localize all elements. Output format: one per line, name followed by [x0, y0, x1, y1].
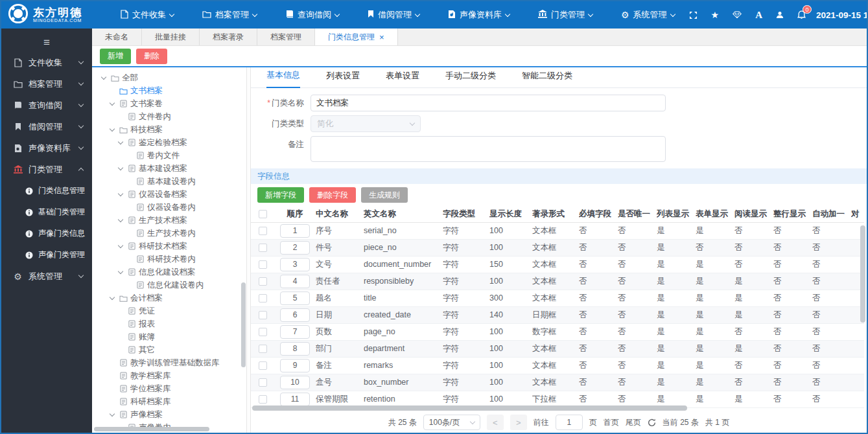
tree-item[interactable]: 鉴定检验档案 — [95, 136, 240, 149]
tree-horizontal-scrollbar[interactable] — [94, 427, 239, 431]
tree-item[interactable]: 生产技术档案 — [95, 214, 240, 227]
tree-expand-caret-icon[interactable] — [107, 413, 117, 416]
delete-field-button[interactable]: 删除字段 — [309, 187, 356, 203]
fullscreen-icon[interactable] — [689, 11, 698, 19]
tree-item[interactable]: 文书案卷 — [95, 97, 240, 110]
close-tab-icon[interactable]: × — [379, 33, 384, 41]
tree-item[interactable]: 会计档案 — [95, 291, 240, 304]
order-input[interactable]: 1 — [280, 224, 310, 238]
tab-archive-manage[interactable]: 档案管理 — [257, 29, 315, 45]
order-input[interactable]: 6 — [280, 308, 310, 322]
gem-icon[interactable] — [733, 11, 742, 19]
table-vertical-scrollbar[interactable] — [860, 225, 865, 404]
delete-button[interactable]: 删除 — [136, 49, 167, 64]
row-checkbox[interactable] — [259, 244, 267, 252]
sidebar-item-media-library[interactable]: 声像资料库 — [1, 137, 92, 159]
menu-category-manage[interactable]: 门类管理 — [524, 9, 607, 21]
tab-manual-subclass[interactable]: 手动二级分类 — [445, 70, 496, 87]
user-icon[interactable] — [776, 11, 784, 19]
menu-file-collect[interactable]: 文件收集 — [106, 9, 188, 21]
tree-item[interactable]: 生产技术卷内 — [95, 227, 240, 240]
tree-expand-caret-icon[interactable] — [107, 128, 117, 131]
sidebar-item-archive-manage[interactable]: 档案管理 — [1, 73, 92, 95]
tab-basic-info[interactable]: 基本信息 — [266, 69, 300, 88]
row-checkbox[interactable] — [259, 311, 267, 319]
tree-item[interactable]: 仪器设备档案 — [95, 188, 240, 201]
row-checkbox[interactable] — [259, 227, 267, 235]
order-input[interactable]: 9 — [280, 359, 310, 372]
order-input[interactable]: 2 — [280, 241, 310, 255]
tree-item[interactable]: 仪器设备卷内 — [95, 201, 240, 214]
tree-expand-caret-icon[interactable] — [115, 193, 126, 196]
tree-expand-caret-icon[interactable] — [115, 141, 126, 144]
tree-item[interactable]: 学位档案库 — [95, 382, 240, 395]
tree-expand-caret-icon[interactable] — [115, 245, 126, 247]
order-input[interactable]: 11 — [280, 393, 310, 406]
order-input[interactable]: 4 — [280, 275, 310, 288]
tree-expand-caret-icon[interactable] — [115, 167, 126, 170]
tree-expand-caret-icon[interactable] — [115, 219, 126, 222]
tree-item[interactable]: 基本建设档案 — [95, 162, 240, 175]
notification-bell-icon[interactable]: 0 — [797, 10, 806, 19]
row-checkbox[interactable] — [259, 345, 267, 353]
tree-expand-caret-icon[interactable] — [99, 76, 109, 79]
tree-item[interactable]: 全部 — [95, 71, 240, 84]
category-type-select[interactable]: 简化 — [311, 115, 421, 132]
tree-item[interactable]: 账簿 — [95, 330, 240, 343]
tab-list-settings[interactable]: 列表设置 — [326, 70, 360, 87]
sidebar-subitem-basic-category[interactable]: 基础门类管理 — [1, 201, 92, 223]
order-input[interactable]: 10 — [280, 376, 310, 389]
sidebar-item-query-borrow[interactable]: 查询借阅 — [1, 95, 92, 116]
tree-expand-caret-icon[interactable] — [107, 297, 117, 299]
menu-media-library[interactable]: 声像资料库 — [434, 9, 524, 21]
tree-item[interactable]: 科研档案库 — [95, 395, 240, 408]
collapse-menu-icon[interactable]: ≡ — [1, 34, 92, 52]
sidebar-item-borrow-manage[interactable]: 借阅管理 — [1, 116, 92, 137]
add-field-button[interactable]: 新增字段 — [257, 187, 304, 203]
category-name-input[interactable] — [311, 95, 666, 111]
tree-item[interactable]: 科研技术卷内 — [95, 253, 240, 266]
tab-category-info-manage[interactable]: 门类信息管理 × — [315, 29, 398, 45]
tab-batch-attach[interactable]: 批量挂接 — [142, 29, 200, 45]
tree-item[interactable]: 科研技术档案 — [95, 240, 240, 253]
row-checkbox[interactable] — [259, 328, 267, 336]
refresh-icon[interactable] — [648, 418, 656, 427]
star-icon[interactable]: ★ — [711, 10, 720, 20]
row-checkbox[interactable] — [259, 277, 267, 286]
add-button[interactable]: 新增 — [100, 49, 131, 64]
menu-borrow-manage[interactable]: 借阅管理 — [353, 9, 434, 21]
sidebar-item-category-manage[interactable]: 门类管理 — [1, 159, 92, 180]
sidebar-subitem-category-info[interactable]: 门类信息管理 — [1, 180, 92, 201]
sidebar-subitem-media-category-info[interactable]: 声像门类信息 — [1, 223, 92, 244]
first-page-link[interactable]: 首页 — [604, 417, 619, 428]
order-input[interactable]: 8 — [280, 342, 310, 356]
tree-vertical-scrollbar[interactable] — [241, 71, 246, 424]
tree-item[interactable]: 教学训练管理基础数据库 — [95, 356, 240, 369]
table-horizontal-scrollbar[interactable] — [252, 405, 856, 411]
tree-item[interactable]: 卷内文件 — [95, 149, 240, 162]
row-checkbox[interactable] — [259, 378, 267, 387]
tree-expand-caret-icon[interactable] — [115, 271, 126, 273]
tree-item[interactable]: 信息化建设档案 — [95, 266, 240, 279]
row-checkbox[interactable] — [259, 395, 267, 404]
last-page-link[interactable]: 尾页 — [626, 417, 641, 428]
tab-unnamed[interactable]: 未命名 — [92, 29, 142, 45]
order-input[interactable]: 7 — [280, 325, 310, 339]
next-page-button[interactable]: > — [510, 415, 527, 430]
order-input[interactable]: 3 — [280, 258, 310, 271]
row-checkbox[interactable] — [259, 260, 267, 269]
tree-item[interactable]: 文件卷内 — [95, 110, 240, 123]
remark-textarea[interactable] — [311, 136, 666, 162]
row-checkbox[interactable] — [259, 294, 267, 303]
sidebar-subitem-media-category-manage[interactable]: 声像门类管理 — [1, 244, 92, 266]
tree-expand-caret-icon[interactable] — [107, 102, 117, 105]
tree-item[interactable]: 凭证 — [95, 304, 240, 317]
select-all-checkbox[interactable] — [259, 210, 267, 218]
tree-item[interactable]: 信息化建设卷内 — [95, 279, 240, 291]
tree-item[interactable]: 文书档案 — [95, 84, 240, 97]
tree-item[interactable]: 报表 — [95, 317, 240, 330]
page-number-input[interactable] — [556, 415, 583, 430]
tree-item[interactable]: 基本建设卷内 — [95, 175, 240, 188]
tree-item[interactable]: 教学档案库 — [95, 369, 240, 382]
menu-archive-manage[interactable]: 档案管理 — [188, 9, 271, 21]
